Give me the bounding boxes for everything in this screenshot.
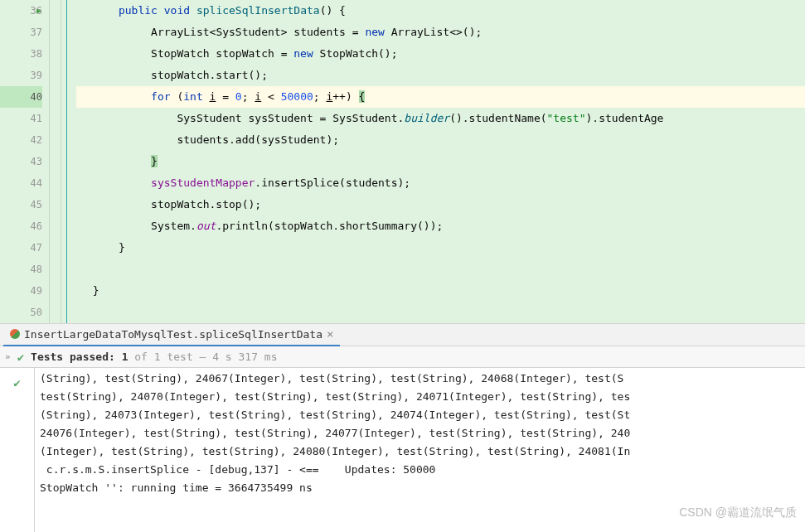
console-line: (String), test(String), 24067(Integer), … — [40, 370, 800, 388]
tests-passed-text: Tests passed: 1 of 1 test – 4 s 317 ms — [31, 351, 277, 363]
line-number: 48 — [0, 259, 42, 280]
code-line[interactable]: System.out.println(stopWatch.shortSummar… — [76, 215, 805, 237]
line-number: 36▶ — [0, 0, 42, 22]
line-number: 46 — [0, 215, 42, 237]
code-line[interactable]: students.add(sysStudent); — [76, 129, 805, 151]
console-line: StopWatch '': running time = 3664735499 … — [40, 479, 800, 497]
code-line[interactable]: } — [76, 237, 805, 259]
console-gutter: ✔ — [0, 368, 35, 532]
code-content[interactable]: public void spliceSqlInsertData() { Arra… — [76, 0, 805, 323]
line-number: 39 — [0, 65, 42, 86]
run-tabs: InsertLargeDataToMysqlTest.spliceSqlInse… — [0, 323, 805, 346]
tab-run-config[interactable]: InsertLargeDataToMysqlTest.spliceSqlInse… — [3, 323, 340, 346]
code-line[interactable]: public void spliceSqlInsertData() { — [76, 0, 805, 22]
run-icon[interactable]: ▶ — [36, 0, 41, 22]
code-line[interactable]: stopWatch.stop(); — [76, 194, 805, 215]
code-line[interactable]: stopWatch.start(); — [76, 65, 805, 86]
code-line[interactable]: StopWatch stopWatch = new StopWatch(); — [76, 43, 805, 65]
fold-gutter[interactable] — [50, 0, 61, 323]
chevron-right-icon[interactable]: » — [5, 351, 11, 362]
line-number: 50 — [0, 302, 42, 323]
check-icon: ✔ — [17, 351, 24, 364]
console-line: (String), 24073(Integer), test(String), … — [40, 406, 800, 424]
test-status-bar: » ✔ Tests passed: 1 of 1 test – 4 s 317 … — [0, 346, 805, 368]
line-number: 49 — [0, 280, 42, 302]
console-line: 24076(Integer), test(String), test(Strin… — [40, 424, 800, 443]
console-line: c.r.s.m.S.insertSplice - [debug,137] - <… — [40, 461, 800, 479]
code-line[interactable] — [76, 302, 805, 323]
line-number: 37 — [0, 22, 42, 43]
console-line: (Integer), test(String), test(String), 2… — [40, 443, 800, 461]
code-line[interactable] — [76, 259, 805, 280]
indent-guide — [61, 0, 76, 323]
code-line[interactable]: } — [76, 280, 805, 302]
watermark: CSDN @霸道流氓气质 — [679, 505, 797, 520]
code-line[interactable]: SysStudent sysStudent = SysStudent.build… — [76, 108, 805, 129]
tab-label: InsertLargeDataToMysqlTest.spliceSqlInse… — [24, 328, 322, 341]
line-number: 42 — [0, 129, 42, 151]
test-icon — [10, 329, 20, 339]
line-number: 47 — [0, 237, 42, 259]
line-number: 41 — [0, 108, 42, 129]
line-number-gutter: 36▶ 37 38 39 40 41 42 43 44 45 46 47 48 … — [0, 0, 50, 323]
code-line[interactable]: ArrayList<SysStudent> students = new Arr… — [76, 22, 805, 43]
code-line[interactable]: sysStudentMapper.insertSplice(students); — [76, 172, 805, 194]
line-number-current: 40 — [0, 86, 42, 108]
line-number: 43 — [0, 151, 42, 172]
code-line[interactable]: } — [76, 151, 805, 172]
line-number: 44 — [0, 172, 42, 194]
check-icon: ✔ — [13, 376, 20, 389]
line-number: 38 — [0, 43, 42, 65]
code-line-current[interactable]: for (int i = 0; i < 50000; i++) { — [76, 86, 805, 108]
console-line: test(String), 24070(Integer), test(Strin… — [40, 388, 800, 406]
close-icon[interactable]: × — [327, 327, 333, 341]
code-editor[interactable]: 36▶ 37 38 39 40 41 42 43 44 45 46 47 48 … — [0, 0, 805, 323]
line-number: 45 — [0, 194, 42, 215]
